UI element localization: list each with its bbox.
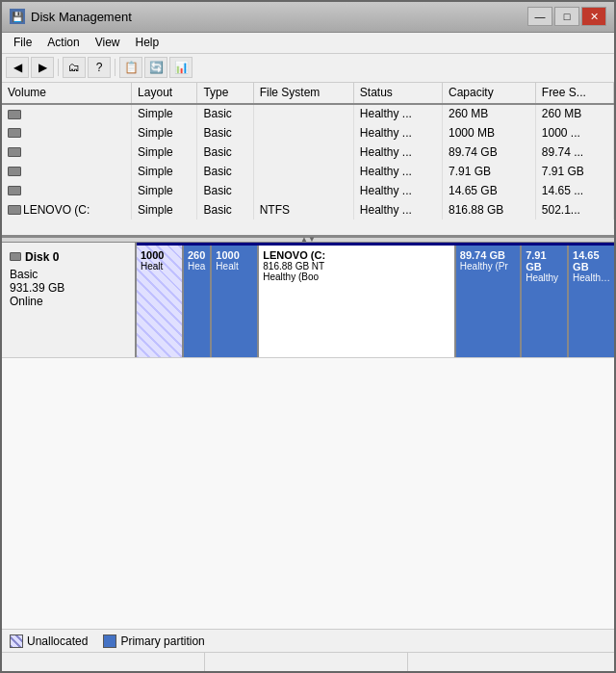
cell-capacity: 1000 MB <box>443 123 536 142</box>
menu-help[interactable]: Help <box>128 34 167 51</box>
cell-layout: Simple <box>132 104 197 123</box>
cell-layout: Simple <box>132 123 197 142</box>
cell-status: Healthy ... <box>353 123 442 142</box>
menu-file[interactable]: File <box>6 34 39 51</box>
part-label-2: Healt <box>216 261 253 272</box>
col-volume: Volume <box>2 83 132 104</box>
table-row[interactable]: Simple Basic Healthy ... 89.74 GB 89.74 … <box>2 142 614 162</box>
volume-table-area: Volume Layout Type File System Status Ca… <box>2 83 614 237</box>
cell-layout: Simple <box>132 142 197 162</box>
cell-status: Healthy ... <box>353 104 442 123</box>
part-label-4: Healthy (Pr <box>460 261 516 272</box>
maximize-button[interactable]: □ <box>554 7 579 26</box>
table-header-row: Volume Layout Type File System Status Ca… <box>2 83 614 104</box>
cell-free: 260 MB <box>535 104 613 123</box>
disk0-label: Disk 0 Basic 931.39 GB Online <box>2 243 137 357</box>
partition-260[interactable]: 260 Hea <box>184 246 212 357</box>
volume-table: Volume Layout Type File System Status Ca… <box>2 83 614 220</box>
cell-type: Basic <box>197 104 253 123</box>
cell-fs <box>253 104 353 123</box>
title-bar: 💾 Disk Management — □ ✕ <box>2 2 614 33</box>
cell-status: Healthy ... <box>353 162 442 181</box>
part-size-1: 260 <box>188 249 206 261</box>
disk0-title: Disk 0 <box>10 250 127 264</box>
cell-type: Basic <box>197 200 253 220</box>
cell-capacity: 7.91 GB <box>443 162 536 181</box>
partition-lenovo[interactable]: LENOVO (C: 816.88 GB NT Healthy (Boo <box>259 246 456 357</box>
main-window: 💾 Disk Management — □ ✕ File Action View… <box>0 0 616 673</box>
legend-unalloc-label: Unallocated <box>27 634 88 648</box>
cell-type: Basic <box>197 181 253 200</box>
table-scroll[interactable]: Volume Layout Type File System Status Ca… <box>2 83 614 237</box>
partition-1465[interactable]: 14.65 GB Healthy (0 <box>569 246 614 357</box>
cell-layout: Simple <box>132 162 197 181</box>
cell-status: Healthy ... <box>353 142 442 162</box>
table-row[interactable]: Simple Basic Healthy ... 1000 MB 1000 ..… <box>2 123 614 142</box>
close-button[interactable]: ✕ <box>581 7 606 26</box>
cell-free: 1000 ... <box>535 123 613 142</box>
cell-status: Healthy ... <box>353 181 442 200</box>
cell-layout: Simple <box>132 181 197 200</box>
table-row[interactable]: LENOVO (C: Simple Basic NTFS Healthy ...… <box>2 200 614 220</box>
table-row[interactable]: Simple Basic Healthy ... 14.65 GB 14.65 … <box>2 181 614 200</box>
cell-volume <box>2 142 132 162</box>
table-row[interactable]: Simple Basic Healthy ... 260 MB 260 MB <box>2 104 614 123</box>
forward-button[interactable]: ▶ <box>31 57 54 78</box>
minimize-button[interactable]: — <box>527 7 552 26</box>
legend-unalloc-color <box>10 634 23 648</box>
disk-view-area: Disk 0 Basic 931.39 GB Online 1000 Healt <box>2 243 614 629</box>
cell-capacity: 89.74 GB <box>443 142 536 162</box>
disk0-row: Disk 0 Basic 931.39 GB Online 1000 Healt <box>2 243 614 358</box>
part-size-5: 7.91 GB <box>526 249 563 272</box>
part-size-3: 816.88 GB NT <box>263 261 450 272</box>
toolbar: ◀ ▶ 🗂 ? 📋 🔄 📊 <box>2 54 614 83</box>
menu-action[interactable]: Action <box>39 34 87 51</box>
cell-fs <box>253 162 353 181</box>
cell-layout: Simple <box>132 200 197 220</box>
back-button[interactable]: ◀ <box>6 57 29 78</box>
partition-8974[interactable]: 89.74 GB Healthy (Pr <box>456 246 522 357</box>
toolbar-sep-1 <box>58 59 59 76</box>
disk-small-icon <box>10 252 21 261</box>
refresh-button[interactable]: 🔄 <box>144 57 167 78</box>
main-content: Volume Layout Type File System Status Ca… <box>2 83 614 671</box>
chart-button[interactable]: 📊 <box>169 57 192 78</box>
help-button[interactable]: ? <box>88 57 111 78</box>
partition-1000[interactable]: 1000 Healt <box>212 246 259 357</box>
table-row[interactable]: Simple Basic Healthy ... 7.91 GB 7.91 GB <box>2 162 614 181</box>
part-size-6: 14.65 GB <box>573 249 610 272</box>
partition-791[interactable]: 7.91 GB Healthy <box>522 246 569 357</box>
cell-free: 502.1... <box>535 200 613 220</box>
partition-unalloc[interactable]: 1000 Healt <box>137 246 184 357</box>
col-capacity: Capacity <box>443 83 536 104</box>
cell-fs <box>253 181 353 200</box>
disk0-name: Disk 0 <box>25 250 59 264</box>
legend-primary-color <box>103 634 116 648</box>
part-label-1: Hea <box>188 261 206 272</box>
disk0-partitions: 1000 Healt 260 Hea 1000 Healt <box>137 243 614 357</box>
col-type: Type <box>197 83 253 104</box>
disk0-status: Online <box>10 295 127 308</box>
cell-volume: LENOVO (C: <box>2 200 132 220</box>
cell-fs <box>253 123 353 142</box>
menu-view[interactable]: View <box>88 34 128 51</box>
part-extra-3: Healthy (Boo <box>263 272 450 282</box>
part-label-0: Healt <box>141 261 178 272</box>
cell-type: Basic <box>197 123 253 142</box>
toolbar-sep-2 <box>115 59 116 76</box>
legend-primary-label: Primary partition <box>120 634 204 648</box>
folder-button[interactable]: 🗂 <box>63 57 86 78</box>
part-size-2: 1000 <box>216 249 253 261</box>
col-layout: Layout <box>132 83 197 104</box>
window-title: Disk Management <box>31 10 132 24</box>
cell-status: Healthy ... <box>353 200 442 220</box>
col-free: Free S... <box>535 83 613 104</box>
cell-fs: NTFS <box>253 200 353 220</box>
export-button[interactable]: 📋 <box>119 57 142 78</box>
cell-free: 14.65 ... <box>535 181 613 200</box>
cell-volume <box>2 162 132 181</box>
legend-unallocated: Unallocated <box>10 634 88 648</box>
col-filesystem: File System <box>253 83 353 104</box>
cell-volume <box>2 181 132 200</box>
part-size-4: 89.74 GB <box>460 249 516 261</box>
